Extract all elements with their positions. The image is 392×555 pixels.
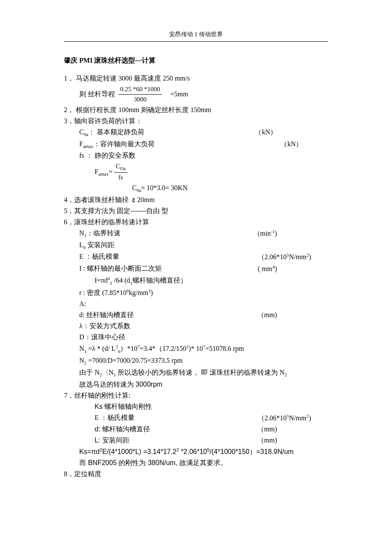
- lead-fraction: 0.25 *60 *1000 3000: [118, 84, 162, 104]
- section-6-n1eq: N1 =λ＊(d/ L2b）*107=3.4*（17.2/1502)* 107=…: [64, 343, 328, 355]
- lead-label: 则 丝杆导程: [64, 89, 115, 99]
- document-title: 肇庆 PMI 滚珠丝杆选型—计算: [64, 55, 328, 66]
- section-7-ks: Ks 螺杆轴轴向刚性: [64, 402, 328, 412]
- lead-denominator: 3000: [132, 95, 148, 104]
- section-4: 4，选者滚珠丝杆轴径 ￠20mm: [64, 195, 328, 205]
- section-1-line1: 1， 马达额定转速 3000 最高速度 250 mm/s: [64, 73, 328, 84]
- section-6-iformula: I=πd41 /64 (d1螺杆轴沟槽直径）: [64, 275, 328, 286]
- section-6-conclusion2: 故选马达的转速为 3000rpm: [64, 379, 328, 390]
- section-6-a: A:: [64, 299, 328, 309]
- section-7-head: 7，丝杆轴的刚性计算:: [64, 390, 328, 401]
- lead-numerator: 0.25 *60 *1000: [118, 84, 162, 95]
- section-3-fmax: Famax：容许轴向最大负荷 （kN）: [64, 139, 328, 150]
- section-1-lead: 则 丝杆导程 0.25 *60 *1000 3000 =5mm: [64, 84, 328, 104]
- section-2: 2， 根据行程长度 100mm 则确定丝杆长度 150mm: [64, 105, 328, 115]
- section-7-e: E ：杨氏模量 （2.06*105N/mm2): [64, 413, 328, 423]
- section-3-c0a: C0a： 基本额定静负荷 （kN）: [64, 127, 328, 138]
- section-6-d: d: 丝杆轴沟槽直径 （mm): [64, 310, 328, 320]
- section-3-fs: fs ： 静的安全系数: [64, 150, 328, 161]
- section-5: 5，其支撑方法为 固定-------自由 型: [64, 206, 328, 216]
- section-7-bnf: 而 BNF2005 的刚性为 380N/um, 故满足其要求。: [64, 458, 328, 468]
- section-6-n1: N1：临界转速 （min-1): [64, 228, 328, 239]
- section-6-lb: Lb 安装间距: [64, 240, 328, 251]
- section-3-frac: COa fs: [114, 162, 127, 182]
- lead-result: =5mm: [170, 89, 188, 99]
- section-3-head: 3，轴向容许负荷的计算：: [64, 116, 328, 126]
- section-6-lambda: λ：安装方式系数: [64, 321, 328, 331]
- section-7-d: d: 螺杆轴沟槽直径 （mm): [64, 424, 328, 434]
- section-6-r: r : 密度 (7.85*106kg/mm3): [64, 287, 328, 298]
- section-6-n2eq: N2 =7000/D=7000/20.75=3373.5 rpm: [64, 356, 328, 367]
- section-7-l: L: 安装间距 （mm): [64, 435, 328, 445]
- section-6-i: I : 螺杆轴的最小断面二次矩 ( mm4): [64, 263, 328, 274]
- section-6-conclusion1: 由于 N2〈N1 所以选较小的为临界转速， 即 滚珠丝杆的临界转速为 N2: [64, 367, 328, 379]
- section-3-c0a-val: C0a= 10*3.0= 30KN: [64, 183, 328, 194]
- section-6-e: E ：杨氏模量 （2.06*105N/mm2): [64, 251, 328, 262]
- section-8: 8，定位精度: [64, 469, 328, 479]
- section-7-kseq: Ks=πd2E/(4*1000*L) =3.14*17.22 *2.06*105…: [64, 446, 328, 457]
- section-6-head: 6，滚珠丝杆的临界转速计算: [64, 217, 328, 227]
- page-header: 安昂传动 1 传动世界: [64, 30, 328, 42]
- section-6-D: D：滚珠中心径: [64, 332, 328, 342]
- section-3-eq: Famax= COa fs: [64, 162, 328, 182]
